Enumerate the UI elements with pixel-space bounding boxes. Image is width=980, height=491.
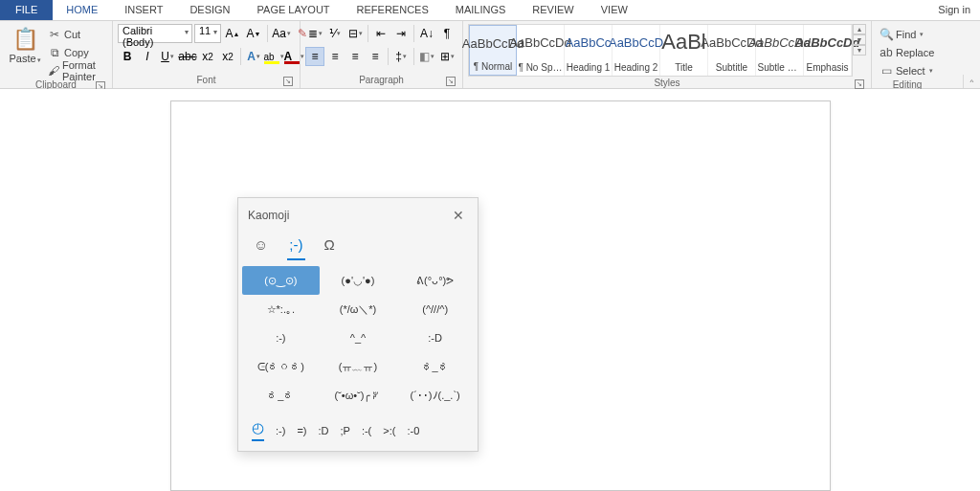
- style-name: Title: [662, 62, 706, 73]
- style-preview: AaBbCc: [566, 29, 612, 56]
- align-right-button[interactable]: ≡: [345, 47, 365, 66]
- kaomoji-recent-item[interactable]: :D: [318, 425, 328, 436]
- tab-emoji[interactable]: ☺: [252, 233, 270, 260]
- tab-references[interactable]: REFERENCES: [344, 0, 442, 20]
- font-launcher[interactable]: ↘: [283, 77, 293, 86]
- replace-button[interactable]: abReplace: [877, 44, 937, 60]
- underline-button[interactable]: U▾: [158, 47, 177, 66]
- group-clipboard: 📋 Paste▾ ✂Cut ⧉Copy 🖌Format Painter Clip…: [0, 21, 113, 88]
- kaomoji-item[interactable]: :-): [242, 324, 320, 352]
- kaomoji-item[interactable]: (⊙‿⊙): [242, 266, 320, 295]
- paragraph-launcher[interactable]: ↘: [446, 77, 456, 86]
- style-name: Heading 1: [567, 62, 611, 73]
- kaomoji-item[interactable]: (´･･)ﾉ(._.`): [396, 381, 474, 410]
- sort-button[interactable]: A↓: [417, 24, 436, 43]
- style-name: Heading 2: [614, 62, 658, 73]
- tab-view[interactable]: VIEW: [588, 0, 641, 20]
- style-card[interactable]: AaBbCcDd¶ No Spac...: [517, 25, 565, 76]
- collapse-ribbon-button[interactable]: ^: [963, 75, 980, 88]
- cut-button[interactable]: ✂Cut: [45, 26, 107, 42]
- decrease-indent-button[interactable]: ⇤: [371, 24, 390, 43]
- kaomoji-item[interactable]: ᕕ(°ᴗ°)ᕗ: [396, 266, 474, 295]
- tab-page-layout[interactable]: PAGE LAYOUT: [244, 0, 344, 20]
- styles-gallery: AaBbCcDd¶ NormalAaBbCcDd¶ No Spac...AaBb…: [468, 24, 853, 77]
- ribbon: 📋 Paste▾ ✂Cut ⧉Copy 🖌Format Painter Clip…: [0, 21, 980, 89]
- tab-insert[interactable]: INSERT: [111, 0, 176, 20]
- shading-button[interactable]: ◧▾: [417, 47, 436, 66]
- kaomoji-recent-item[interactable]: >:(: [383, 425, 395, 436]
- tab-design[interactable]: DESIGN: [176, 0, 243, 20]
- recent-icon[interactable]: ◴: [252, 419, 264, 441]
- document-area: [0, 89, 980, 491]
- copy-button[interactable]: ⧉Copy: [45, 44, 107, 60]
- select-button[interactable]: ▭Select▾: [877, 62, 937, 78]
- tab-mailings[interactable]: MAILINGS: [442, 0, 520, 20]
- kaomoji-recent-item[interactable]: =): [297, 425, 306, 436]
- group-label-font: Font↘: [118, 74, 295, 87]
- format-painter-button[interactable]: 🖌Format Painter: [45, 62, 107, 78]
- numbering-button[interactable]: ⅟▾: [325, 24, 345, 43]
- kaomoji-item[interactable]: (ㅠ﹏ㅠ): [320, 352, 397, 381]
- kaomoji-item[interactable]: (^///^): [396, 295, 474, 324]
- multilevel-button[interactable]: ⊟▾: [345, 24, 365, 43]
- align-left-button[interactable]: ≡: [305, 47, 324, 66]
- tab-home[interactable]: HOME: [53, 0, 111, 20]
- style-name: ¶ Normal: [471, 61, 515, 72]
- tab-symbols[interactable]: Ω: [323, 233, 337, 260]
- align-center-button[interactable]: ≡: [325, 47, 345, 66]
- style-card[interactable]: AaBbCcDdEmphasis: [804, 25, 852, 76]
- show-marks-button[interactable]: ¶: [437, 24, 457, 43]
- superscript-button[interactable]: x2: [218, 47, 237, 66]
- group-styles: AaBbCcDd¶ NormalAaBbCcDd¶ No Spac...AaBb…: [463, 21, 872, 88]
- font-family-select[interactable]: Calibri (Body): [118, 24, 192, 43]
- find-icon: 🔍: [880, 28, 893, 41]
- style-preview: AaBl: [661, 29, 705, 56]
- tab-file[interactable]: FILE: [0, 0, 53, 20]
- style-preview: AaBbCcDd: [509, 29, 570, 56]
- kaomoji-item[interactable]: ☆*:.｡.: [242, 295, 320, 324]
- kaomoji-item[interactable]: (˘•ω•˘)╭ꐕ: [320, 381, 397, 410]
- tab-review[interactable]: REVIEW: [519, 0, 587, 20]
- subscript-button[interactable]: x2: [198, 47, 217, 66]
- kaomoji-recent-item[interactable]: ;P: [340, 425, 349, 436]
- style-card[interactable]: AaBbCcHeading 1: [565, 25, 612, 76]
- line-spacing-button[interactable]: ‡▾: [391, 47, 411, 66]
- shrink-font-button[interactable]: A▼: [244, 24, 263, 43]
- paste-button[interactable]: 📋 Paste▾: [5, 24, 45, 66]
- kaomoji-item[interactable]: (●'◡'●): [320, 266, 397, 295]
- group-editing: 🔍Find▾ abReplace ▭Select▾ Editing: [872, 21, 943, 88]
- clipboard-icon: 📋: [13, 26, 36, 53]
- kaomoji-item[interactable]: :-D: [396, 324, 474, 352]
- change-case-button[interactable]: Aa▾: [272, 24, 291, 43]
- gallery-scroll[interactable]: ▴▾▾: [853, 24, 866, 56]
- tab-kaomoji[interactable]: ;-): [287, 233, 304, 260]
- highlight-button[interactable]: ab▾: [264, 47, 283, 66]
- kaomoji-close-button[interactable]: ✕: [449, 206, 468, 225]
- bullets-button[interactable]: ≣▾: [305, 24, 324, 43]
- style-name: Subtitle: [710, 62, 754, 73]
- copy-icon: ⧉: [48, 46, 61, 59]
- sign-in[interactable]: Sign in: [928, 0, 980, 20]
- find-button[interactable]: 🔍Find▾: [877, 26, 937, 42]
- font-size-select[interactable]: 11: [194, 24, 221, 43]
- borders-button[interactable]: ⊞▾: [437, 47, 457, 66]
- styles-launcher[interactable]: ↘: [855, 79, 864, 89]
- kaomoji-item[interactable]: ᕮ(ಠ౧ಠ): [242, 352, 320, 381]
- grow-font-button[interactable]: A▲: [223, 24, 242, 43]
- italic-button[interactable]: I: [138, 47, 157, 66]
- bold-button[interactable]: B: [118, 47, 137, 66]
- scissors-icon: ✂: [48, 28, 61, 41]
- kaomoji-item[interactable]: ಠ_ಠ: [242, 381, 320, 410]
- text-effects-button[interactable]: A▾: [244, 47, 263, 66]
- style-card[interactable]: AaBbCcDHeading 2: [612, 25, 660, 76]
- kaomoji-item[interactable]: (*/ω＼*): [320, 295, 397, 324]
- kaomoji-item[interactable]: ^_^: [320, 324, 397, 352]
- strikethrough-button[interactable]: abc: [178, 47, 197, 66]
- kaomoji-item[interactable]: ಥ_ಥ: [396, 352, 474, 381]
- kaomoji-recent-item[interactable]: :-(: [362, 425, 371, 436]
- style-preview: AaBbCcD: [609, 29, 663, 56]
- justify-button[interactable]: ≡: [366, 47, 385, 66]
- kaomoji-recent-item[interactable]: :-): [276, 425, 285, 436]
- increase-indent-button[interactable]: ⇥: [391, 24, 411, 43]
- kaomoji-recent-item[interactable]: :-0: [407, 425, 419, 436]
